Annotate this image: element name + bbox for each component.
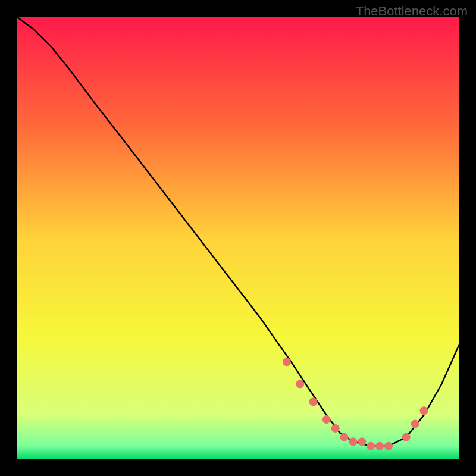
- optimal-range-dot: [283, 358, 291, 366]
- bottleneck-curve: [17, 17, 459, 446]
- marker-group: [283, 358, 428, 450]
- optimal-range-dot: [322, 415, 331, 424]
- optimal-range-dot: [384, 442, 393, 450]
- optimal-range-dot: [340, 433, 349, 441]
- chart-svg: [17, 17, 459, 459]
- optimal-range-dot: [358, 437, 366, 446]
- optimal-range-dot: [420, 406, 428, 415]
- optimal-range-dot: [331, 424, 340, 433]
- optimal-range-dot: [349, 437, 357, 446]
- optimal-range-dot: [411, 420, 419, 428]
- plot-area: [17, 17, 459, 459]
- optimal-range-dot: [367, 442, 375, 450]
- optimal-range-dot: [402, 433, 411, 441]
- optimal-range-dot: [309, 397, 318, 406]
- watermark-text: TheBottleneck.com: [356, 4, 468, 19]
- optimal-range-dot: [296, 380, 304, 389]
- optimal-range-dot: [375, 442, 384, 450]
